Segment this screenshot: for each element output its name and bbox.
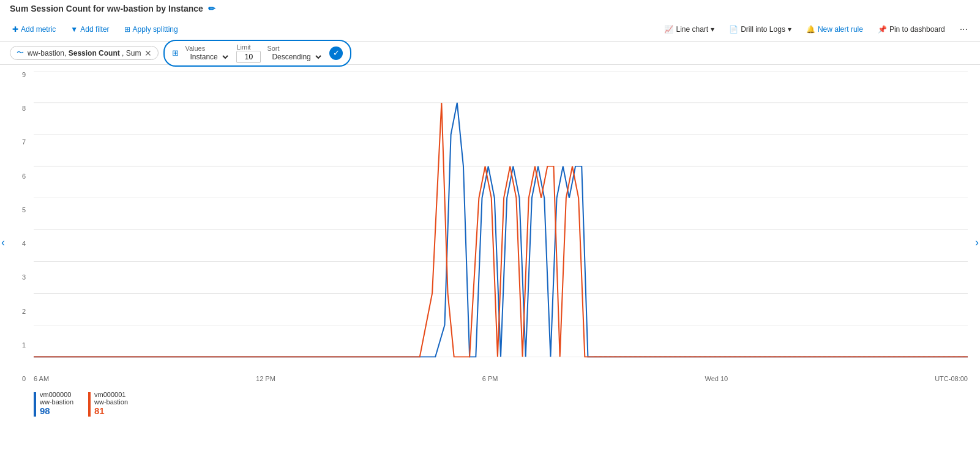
- y-axis: 9 8 7 6 5 4 3 2 1 0: [0, 71, 31, 382]
- values-select[interactable]: Instance: [185, 52, 230, 62]
- legend-value-red: 81: [94, 406, 128, 416]
- y-label-9: 9: [22, 71, 26, 78]
- title-bar: Sum Session Count for ww-bastion by Inst…: [0, 0, 980, 17]
- drill-logs-dropdown-icon: ▾: [788, 25, 791, 34]
- legend-color-blue: [34, 392, 36, 417]
- line-chart-button[interactable]: 📈 Line chart ▾: [662, 24, 717, 35]
- legend-vm-blue: vm000000: [40, 391, 73, 398]
- split-icon: ⊞: [124, 25, 130, 34]
- legend-host-blue: ww-bastion: [40, 398, 73, 406]
- toolbar-left: ✚ Add metric ▼ Add filter ⊞ Apply splitt…: [10, 24, 181, 35]
- y-label-7: 7: [22, 138, 26, 146]
- legend-vm-red: vm000001: [94, 391, 128, 398]
- more-options-button[interactable]: ···: [957, 23, 970, 36]
- chart-canvas: [34, 71, 968, 358]
- filter-icon: ▼: [70, 25, 78, 34]
- y-label-3: 3: [22, 273, 26, 281]
- sort-group: Sort Descending Ascending: [267, 45, 323, 62]
- metric-prefix-icon: 〜: [17, 48, 24, 58]
- limit-group: Limit: [236, 43, 261, 63]
- y-label-0: 0: [22, 375, 26, 382]
- edit-title-icon[interactable]: ✏: [208, 4, 215, 13]
- x-label-wed10: Wed 10: [705, 375, 728, 382]
- x-label-12pm: 12 PM: [256, 375, 275, 382]
- legend-item-red: vm000001 ww-bastion 81: [88, 391, 128, 417]
- chart-area: ‹ › 9 8 7 6 5 4 3 2 1 0: [0, 65, 980, 419]
- x-label-utc: UTC-08:00: [935, 375, 968, 382]
- legend-host-red: ww-bastion: [94, 398, 128, 406]
- chart-legend: vm000000 ww-bastion 98 vm000001 ww-basti…: [34, 391, 128, 417]
- y-label-1: 1: [22, 341, 26, 349]
- y-label-4: 4: [22, 240, 26, 247]
- chart-next-button[interactable]: ›: [975, 236, 979, 248]
- values-group: Values Instance: [185, 45, 230, 62]
- line-chart-icon: 📈: [664, 25, 673, 34]
- new-alert-button[interactable]: 🔔 New alert rule: [804, 24, 866, 35]
- sort-select[interactable]: Descending Ascending: [267, 52, 323, 62]
- splitting-panel: ⊞ Values Instance Limit Sort Descending …: [163, 40, 351, 67]
- legend-text-red: vm000001 ww-bastion 81: [94, 391, 128, 416]
- x-axis: 6 AM 12 PM 6 PM Wed 10 UTC-08:00: [34, 375, 968, 382]
- apply-splitting-button[interactable]: ⊞ Apply splitting: [122, 24, 181, 35]
- legend-item-blue: vm000000 ww-bastion 98: [34, 391, 73, 417]
- y-label-8: 8: [22, 105, 26, 112]
- limit-input[interactable]: [236, 51, 261, 63]
- drill-logs-icon: 📄: [729, 25, 738, 34]
- legend-text-blue: vm000000 ww-bastion 98: [40, 391, 73, 416]
- legend-value-blue: 98: [40, 406, 73, 416]
- pin-icon: 📌: [878, 25, 887, 34]
- splitting-confirm-button[interactable]: ✓: [329, 46, 343, 60]
- add-filter-button[interactable]: ▼ Add filter: [68, 24, 111, 35]
- metric-pill: 〜 ww-bastion, Session Count , Sum ✕: [10, 46, 159, 60]
- chart-prev-button[interactable]: ‹: [1, 236, 5, 248]
- add-metric-icon: ✚: [12, 25, 18, 34]
- x-label-6pm: 6 PM: [482, 375, 498, 382]
- alert-icon: 🔔: [806, 25, 815, 34]
- toolbar: ✚ Add metric ▼ Add filter ⊞ Apply splitt…: [0, 17, 980, 42]
- limit-label: Limit: [236, 43, 261, 51]
- legend-color-red: [88, 392, 91, 417]
- add-metric-button[interactable]: ✚ Add metric: [10, 24, 58, 35]
- sort-label: Sort: [267, 45, 323, 52]
- toolbar-right: 📈 Line chart ▾ 📄 Drill into Logs ▾ 🔔 New…: [662, 23, 970, 36]
- y-label-6: 6: [22, 173, 26, 180]
- metric-remove-button[interactable]: ✕: [144, 49, 152, 58]
- drill-logs-button[interactable]: 📄 Drill into Logs ▾: [727, 24, 794, 35]
- values-label: Values: [185, 45, 230, 52]
- y-label-2: 2: [22, 308, 26, 315]
- chart-svg: [34, 71, 968, 358]
- metric-text: ww-bastion, Session Count , Sum: [28, 49, 141, 58]
- more-icon: ···: [960, 24, 968, 35]
- splitting-icon: ⊞: [172, 48, 179, 58]
- filter-bar: 〜 ww-bastion, Session Count , Sum ✕ ⊞ Va…: [0, 42, 980, 65]
- y-label-5: 5: [22, 206, 26, 213]
- x-label-6am: 6 AM: [34, 375, 49, 382]
- pin-dashboard-button[interactable]: 📌 Pin to dashboard: [875, 24, 948, 35]
- page-title: Sum Session Count for ww-bastion by Inst…: [10, 4, 203, 13]
- line-chart-dropdown-icon: ▾: [711, 25, 714, 34]
